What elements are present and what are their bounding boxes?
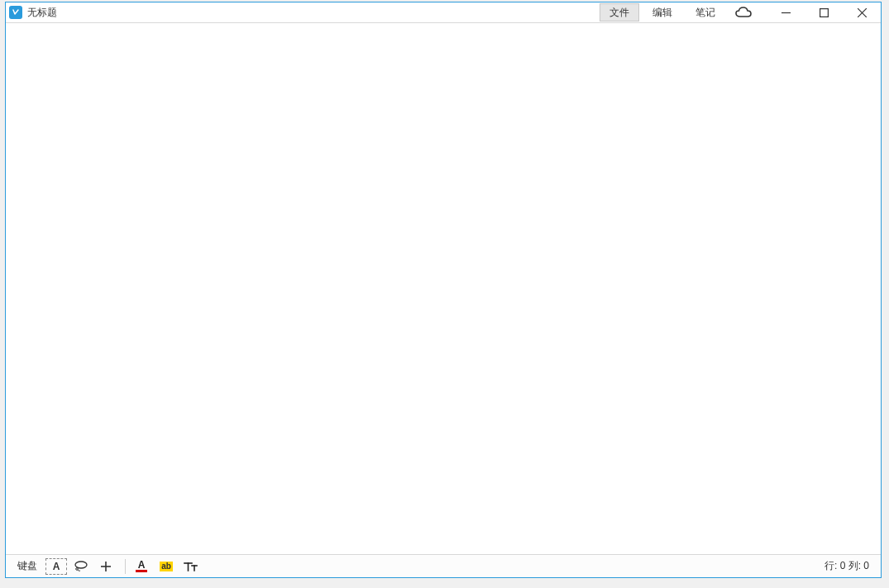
window-title: 无标题 <box>27 6 57 20</box>
font-color-bar <box>136 570 147 572</box>
toolbar-divider <box>125 559 126 574</box>
highlight-icon: ab <box>160 562 173 571</box>
menu-bar: 文件 编辑 笔记 <box>598 2 760 22</box>
window-controls <box>767 2 881 22</box>
highlight-button[interactable]: ab <box>155 557 177 576</box>
font-color-button[interactable]: A <box>131 557 152 576</box>
menu-file[interactable]: 文件 <box>600 3 639 22</box>
svg-point-4 <box>75 562 87 568</box>
svg-point-5 <box>76 567 79 570</box>
menu-notes[interactable]: 笔记 <box>686 3 725 22</box>
maximize-button[interactable] <box>805 2 843 22</box>
bottom-toolbar: 键盘 A A ab <box>6 554 881 577</box>
text-size-button[interactable] <box>180 557 202 576</box>
text-select-tool[interactable]: A <box>45 558 67 575</box>
add-button[interactable] <box>95 557 117 576</box>
svg-rect-1 <box>820 8 828 17</box>
close-button[interactable] <box>843 2 881 22</box>
lasso-tool-icon[interactable] <box>70 557 92 576</box>
keyboard-button[interactable]: 键盘 <box>12 557 42 576</box>
font-color-letter: A <box>138 560 146 570</box>
editor-area[interactable] <box>6 23 881 554</box>
cursor-position-status: 行: 0 列: 0 <box>824 559 874 573</box>
minimize-button[interactable] <box>767 2 805 22</box>
app-window: 无标题 文件 编辑 笔记 <box>5 2 882 578</box>
app-icon <box>9 6 22 19</box>
title-bar: 无标题 文件 编辑 笔记 <box>6 2 881 23</box>
menu-edit[interactable]: 编辑 <box>643 3 682 22</box>
cloud-sync-icon[interactable] <box>727 2 760 22</box>
